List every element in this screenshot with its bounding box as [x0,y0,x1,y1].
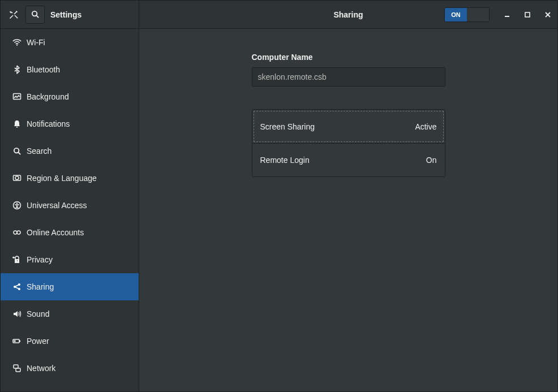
background-icon [10,92,24,101]
sidebar: Settings Wi-Fi Bluetooth [1,1,139,391]
online-accounts-icon [10,228,24,237]
svg-rect-17 [14,365,18,368]
sharing-master-switch[interactable]: ON [444,7,490,22]
sidebar-item-label: Wi-Fi [27,38,45,47]
sidebar-headerbar: Settings [1,1,139,29]
sidebar-item-label: Background [27,92,69,101]
sidebar-item-network[interactable]: Network [1,355,139,382]
search-button[interactable] [25,6,45,24]
wifi-icon [10,38,24,47]
sidebar-item-universal-access[interactable]: Universal Access [1,192,139,219]
svg-point-4 [14,148,18,152]
switch-on-label: ON [445,8,467,21]
sidebar-item-sound[interactable]: Sound [1,300,139,328]
sharing-icon [10,282,24,291]
bell-icon [10,119,24,128]
svg-point-10 [17,231,20,234]
sidebar-item-label: Bluetooth [27,65,60,74]
svg-point-9 [14,231,17,234]
sidebar-item-label: Online Accounts [27,228,84,237]
minimize-button[interactable] [502,10,512,20]
sidebar-item-label: Privacy [27,255,53,264]
sidebar-item-privacy[interactable]: Privacy [1,246,139,273]
settings-icon [5,6,22,23]
panel-title: Sharing [333,10,363,19]
sidebar-item-label: Region & Language [27,174,97,183]
row-value: Active [415,122,436,131]
sidebar-item-sharing[interactable]: Sharing [1,273,139,300]
sidebar-item-label: Sound [27,309,49,318]
sidebar-item-wifi[interactable]: Wi-Fi [1,29,139,56]
row-label: Remote Login [260,156,310,165]
region-language-icon [10,174,24,183]
svg-rect-16 [14,341,16,342]
svg-point-6 [15,176,19,180]
privacy-icon [10,255,24,264]
app-title: Settings [50,10,81,19]
window-controls [502,10,553,20]
svg-rect-18 [16,368,20,372]
row-value: On [426,156,437,165]
switch-knob [467,8,489,21]
header-controls: ON [444,7,553,22]
sidebar-item-label: Power [27,337,49,346]
sidebar-item-online-accounts[interactable]: Online Accounts [1,219,139,246]
svg-rect-15 [19,341,20,342]
screen-sharing-row[interactable]: Screen Sharing Active [252,110,445,143]
main-panel: Sharing ON [139,1,557,391]
sidebar-item-label: Notifications [27,119,70,128]
sound-icon [10,309,24,318]
sidebar-item-notifications[interactable]: Notifications [1,110,139,137]
svg-rect-19 [505,16,509,17]
power-icon [10,337,24,346]
search-icon [10,147,24,156]
content-inner: Computer Name Screen Sharing Active Remo… [252,53,445,177]
sidebar-item-label: Search [27,147,51,156]
sidebar-item-search[interactable]: Search [1,137,139,165]
svg-point-0 [17,17,18,18]
svg-point-1 [32,11,36,16]
computer-name-label: Computer Name [252,53,445,62]
svg-point-2 [16,45,18,46]
svg-rect-20 [525,12,530,17]
sidebar-item-power[interactable]: Power [1,328,139,355]
sidebar-item-label: Sharing [27,282,54,291]
network-icon [10,364,24,373]
sidebar-item-background[interactable]: Background [1,83,139,110]
main-headerbar: Sharing ON [139,1,557,29]
sharing-options-list: Screen Sharing Active Remote Login On [252,109,445,177]
bluetooth-icon [10,65,24,74]
panel-content: Computer Name Screen Sharing Active Remo… [139,29,557,391]
sidebar-item-label: Universal Access [27,201,87,210]
row-label: Screen Sharing [260,122,315,131]
universal-access-icon [10,201,24,210]
maximize-button[interactable] [522,10,533,20]
computer-name-input[interactable] [252,67,445,87]
close-button[interactable] [543,10,553,20]
sidebar-item-region[interactable]: Region & Language [1,165,139,192]
sidebar-list: Wi-Fi Bluetooth Background [1,29,139,391]
sidebar-item-label: Network [27,364,55,373]
sidebar-item-bluetooth[interactable]: Bluetooth [1,56,139,83]
remote-login-row[interactable]: Remote Login On [252,143,445,176]
svg-point-8 [16,203,18,204]
